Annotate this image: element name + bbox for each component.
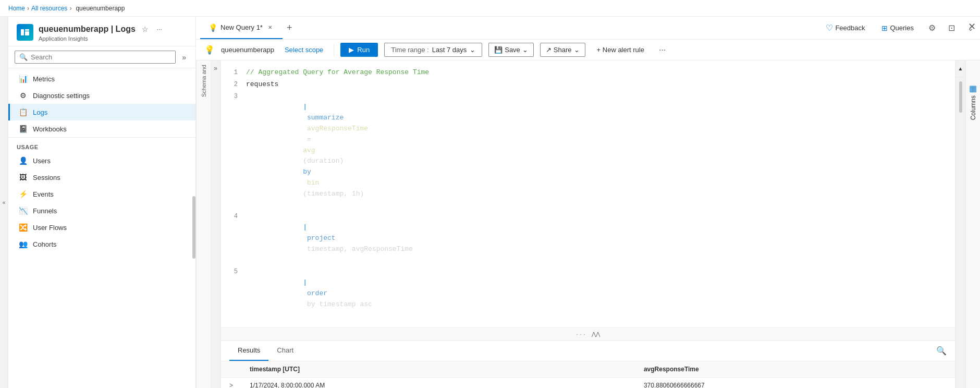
select-scope-btn[interactable]: Select scope	[280, 44, 327, 56]
sidebar-item-users[interactable]: 👤 Users	[8, 152, 195, 169]
search-container: 🔍 »	[8, 46, 195, 68]
usage-section-label: Usage	[8, 137, 195, 152]
app-icon	[17, 24, 33, 41]
table-header-avg[interactable]: avgResponseTime	[635, 361, 955, 378]
diagnostic-icon: ⚙	[18, 91, 28, 100]
tab-label: New Query 1*	[220, 23, 263, 31]
ellipsis-btn[interactable]: ···	[155, 23, 164, 35]
code-editor[interactable]: 1 // Aggregated Query for Average Respon…	[221, 60, 955, 328]
sidebar-item-events[interactable]: ⚡ Events	[8, 186, 195, 202]
row-expand-btn[interactable]: >	[221, 378, 241, 388]
cohorts-icon: 👥	[18, 240, 28, 248]
svg-rect-1	[25, 31, 29, 35]
sidebar-header: queuenumberapp | Logs ☆ ··· Application …	[8, 17, 195, 46]
sidebar-scrollbar-thumb	[192, 196, 195, 259]
svg-rect-2	[25, 29, 29, 31]
sidebar-collapse-btn[interactable]: «	[0, 17, 8, 388]
chevron-down-icon: ⌄	[470, 46, 475, 54]
logs-icon: 📋	[18, 108, 28, 116]
time-range-value: Last 7 days	[432, 46, 467, 54]
expand-arrows-icon: »	[214, 65, 217, 72]
scroll-up-btn[interactable]: ▲	[956, 60, 965, 77]
collapse-arrows: ⋀⋀	[592, 331, 600, 337]
sidebar-item-metrics[interactable]: 📊 Metrics	[8, 70, 195, 87]
breadcrumb-resources[interactable]: All resources	[31, 5, 67, 12]
queries-btn[interactable]: ⊞ Queries	[877, 22, 918, 34]
run-btn[interactable]: ▶ Run	[340, 43, 378, 57]
schema-panel[interactable]: Schema and	[196, 60, 211, 388]
results-table: timestamp [UTC] avgResponseTime > 1/17/2…	[221, 361, 955, 388]
collapse-icon: «	[3, 200, 6, 205]
search-input[interactable]	[31, 53, 171, 61]
breadcrumb-home[interactable]: Home	[8, 5, 25, 12]
columns-panel[interactable]: ▦ Columns	[965, 60, 980, 388]
code-line-1: 1 // Aggregated Query for Average Respon…	[221, 67, 955, 79]
sidebar-item-cohorts[interactable]: 👥 Cohorts	[8, 236, 195, 252]
editor-collapse-handle[interactable]: ··· ⋀⋀	[221, 328, 955, 341]
metrics-icon: 📊	[18, 75, 28, 83]
row-timestamp: 1/17/2024, 8:00:00.000 AM	[241, 378, 635, 388]
save-chevron-icon: ⌄	[522, 46, 528, 54]
columns-panel-label: Columns	[970, 95, 977, 120]
query-toolbar: 💡 queuenumberapp Select scope ▶ Run Time…	[196, 40, 980, 60]
scroll-up-icon: ▲	[958, 66, 963, 71]
collapse-dots: ···	[576, 331, 587, 337]
code-line-4: 4 | project timestamp, avgResponseTime	[221, 211, 955, 266]
sidebar-nav: 📊 Metrics ⚙ Diagnostic settings 📋 Logs 📓…	[8, 68, 195, 388]
workbooks-icon: 📓	[18, 125, 28, 133]
tab-new-query[interactable]: 💡 New Query 1* ✕	[200, 17, 283, 39]
expand-toggle-btn[interactable]: »	[211, 60, 221, 388]
sidebar-item-label: Cohorts	[33, 240, 57, 248]
right-scrollbar[interactable]: ▲	[955, 60, 965, 388]
sidebar-item-userflows[interactable]: 🔀 User Flows	[8, 219, 195, 236]
breadcrumb: Home › All resources › queuenumberapp	[0, 0, 980, 17]
results-tabs: Results Chart 🔍	[221, 341, 955, 361]
sidebar-item-label: Metrics	[33, 75, 55, 83]
heart-icon: ♡	[826, 23, 833, 33]
svg-rect-0	[21, 29, 24, 35]
share-btn[interactable]: ↗ Share ⌄	[540, 43, 585, 57]
result-tab-chart[interactable]: Chart	[268, 341, 302, 361]
add-tab-btn[interactable]: +	[283, 22, 297, 33]
sidebar-item-label: Users	[33, 157, 51, 165]
toolbar-divider	[334, 44, 334, 56]
tabs-right-actions: ♡ Feedback ⊞ Queries ⚙ ⊡ ⌄	[822, 21, 976, 35]
time-range-btn[interactable]: Time range : Last 7 days ⌄	[384, 43, 482, 57]
sidebar-item-label: Funnels	[33, 207, 57, 215]
sidebar-item-label: Sessions	[33, 174, 60, 181]
main-content: 💡 New Query 1* ✕ + ♡ Feedback ⊞ Queries …	[196, 17, 980, 388]
tab-close-btn[interactable]: ✕	[266, 23, 274, 31]
favorite-btn[interactable]: ☆	[140, 23, 151, 35]
code-line-2: 2 requests	[221, 79, 955, 91]
queries-icon: ⊞	[881, 24, 888, 32]
sidebar-item-diagnostic[interactable]: ⚙ Diagnostic settings	[8, 87, 195, 104]
collapse-sidebar-icon-btn[interactable]: »	[179, 51, 189, 64]
search-input-wrap[interactable]: 🔍	[15, 51, 176, 64]
code-line-5: 5 | order by timestamp asc	[221, 266, 955, 321]
sidebar-app-name: queuenumberapp | Logs	[39, 25, 136, 34]
tab-query-icon: 💡	[209, 23, 217, 32]
close-btn[interactable]: ✕	[968, 21, 976, 32]
save-btn[interactable]: 💾 Save ⌄	[488, 43, 534, 57]
table-header-timestamp[interactable]: timestamp [UTC]	[241, 361, 635, 378]
sidebar-item-funnels[interactable]: 📉 Funnels	[8, 202, 195, 219]
code-line-3: 3 | summarize avgResponseTime = avg (dur…	[221, 91, 955, 211]
feedback-btn[interactable]: ♡ Feedback	[822, 21, 869, 35]
sidebar-item-logs[interactable]: 📋 Logs	[8, 104, 195, 120]
funnels-icon: 📉	[18, 207, 28, 215]
results-search-btn[interactable]: 🔍	[936, 346, 947, 356]
search-icon: 🔍	[19, 53, 28, 61]
sidebar-item-sessions[interactable]: 🖼 Sessions	[8, 169, 195, 186]
sidebar-app-sub: Application Insights	[39, 35, 164, 42]
table-header-expand	[221, 361, 241, 378]
sidebar-item-label: Diagnostic settings	[33, 92, 90, 100]
userflows-icon: 🔀	[18, 223, 28, 232]
new-alert-btn[interactable]: + New alert rule	[592, 43, 650, 56]
sidebar-item-label: User Flows	[33, 224, 67, 232]
more-options-btn[interactable]: ···	[656, 43, 669, 57]
settings-btn[interactable]: ⚙	[926, 21, 938, 35]
columns-bar-icon: ▦	[969, 83, 977, 93]
layout-btn[interactable]: ⊡	[946, 21, 957, 35]
sidebar-item-workbooks[interactable]: 📓 Workbooks	[8, 120, 195, 137]
result-tab-results[interactable]: Results	[229, 341, 268, 361]
